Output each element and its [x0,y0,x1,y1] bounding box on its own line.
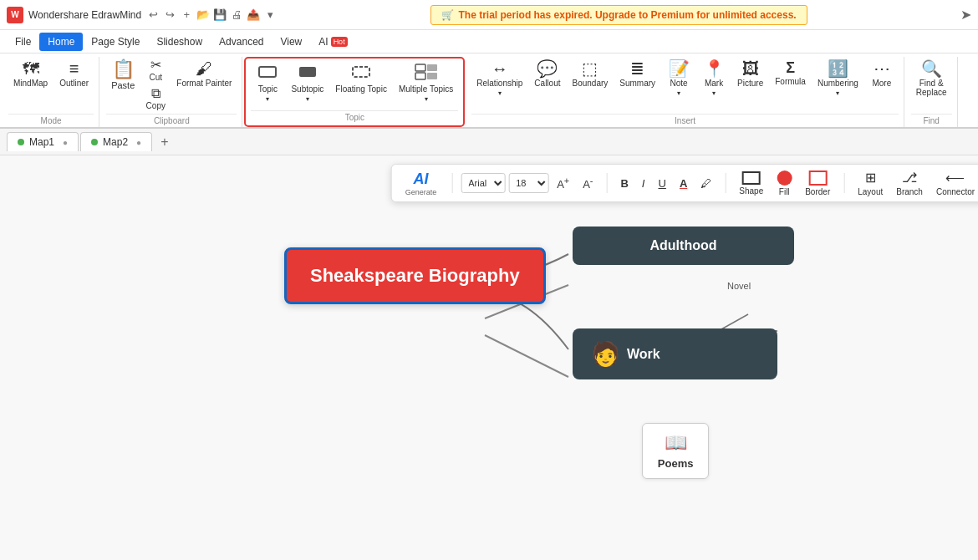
font-color-button[interactable]: A [675,176,692,191]
title-bar-controls: ↩ ↪ + 📂 💾 🖨 📤 ▾ [146,8,277,22]
ft-divider-4 [843,173,844,193]
find-replace-button[interactable]: 🔍 Find & Replace [911,57,952,100]
floating-topic-button[interactable]: Floating Topic [330,60,392,97]
trial-banner: 🛒 The trial period has expired. Upgrade … [430,5,807,25]
menu-advanced[interactable]: Advanced [211,33,272,51]
bold-button[interactable]: B [615,176,633,191]
novel-node[interactable]: 📖 Poems [642,423,709,479]
copy-icon: ⧉ [151,87,160,100]
paste-button[interactable]: 📋 Paste [106,57,140,94]
subtopic-button[interactable]: Subtopic ▾ [286,60,329,106]
tab-map1-close[interactable]: ● [63,138,68,147]
mindmap-icon: 🗺 [23,60,39,77]
ft-layout-section: ⊞ Layout ⎇ Branch ⟵ Connector ••• More [853,168,978,198]
note-button[interactable]: 📝 Note ▾ [662,57,695,100]
ribbon-mode-items: 🗺 MindMap ≡ Outliner [8,57,94,112]
menu-bar: File Home Page Style Slideshow Advanced … [0,30,978,53]
topic-button[interactable]: Topic ▾ [251,60,284,106]
cut-button[interactable]: ✂ Cut [141,57,170,84]
menu-page-style[interactable]: Page Style [83,33,148,51]
format-painter-button[interactable]: 🖌 Format Painter [171,57,237,91]
redo-button[interactable]: ↪ [163,8,176,22]
menu-slideshow[interactable]: Slideshow [148,33,211,51]
connector-label: Connector [936,187,975,196]
svg-rect-6 [427,73,437,79]
mark-icon: 📍 [704,60,725,77]
new-button[interactable]: + [180,8,193,22]
picture-button[interactable]: 🖼 Picture [732,57,768,91]
canvas[interactable]: AI Generate Arial 18 A+ A- B I U A [0,155,978,560]
branch-button[interactable]: ⎇ Branch [891,168,928,198]
send-icon[interactable]: ➤ [960,7,971,23]
italic-button[interactable]: I [637,176,650,191]
highlight-button[interactable]: 🖊 [695,176,716,191]
multiple-topics-icon [415,64,438,83]
clipboard-right: ✂ Cut ⧉ Copy [141,57,170,112]
underline-button[interactable]: U [653,176,670,191]
multiple-topics-button[interactable]: Multiple Topics ▾ [394,60,458,106]
numbering-label: Numbering [818,79,858,88]
outliner-button[interactable]: ≡ Outliner [54,57,94,91]
connector-button[interactable]: ⟵ Connector [931,168,978,198]
callout-button[interactable]: 💬 Callout [529,57,565,91]
central-node-text: Sheakspeare Biography [310,265,520,286]
ft-divider-2 [606,173,607,193]
work-node[interactable]: 🧑 Work [573,328,777,379]
font-color-label: A [680,177,687,190]
connector-icon: ⟵ [945,170,965,186]
layout-icon: ⊞ [865,170,876,186]
central-node[interactable]: Sheakspeare Biography [284,247,546,304]
svg-rect-1 [299,67,316,77]
subtopic-dropdown-icon: ▾ [306,95,309,103]
save-button[interactable]: 💾 [213,8,227,22]
more-button[interactable]: ⋯ More [865,57,899,91]
adulthood-node[interactable]: Adulthood [573,227,794,265]
ribbon-group-insert: ↔ Relationship ▾ 💬 Callout ⬚ Boundary ≣ … [466,57,904,127]
numbering-button[interactable]: 🔢 Numbering ▾ [812,57,863,100]
summary-icon: ≣ [630,60,644,77]
picture-label: Picture [737,79,763,88]
menu-home[interactable]: Home [39,33,83,51]
topic-group-label: Topic [251,110,458,124]
tab-map1[interactable]: Map1 ● [7,132,79,151]
layout-label: Layout [858,187,883,196]
shape-label: Shape [739,186,763,196]
summary-button[interactable]: ≣ Summary [614,57,660,91]
layout-button[interactable]: ⊞ Layout [853,168,888,198]
mark-button[interactable]: 📍 Mark ▾ [697,57,731,100]
menu-view[interactable]: View [272,33,310,51]
adulthood-node-text: Adulthood [650,238,717,252]
export-button[interactable]: 📤 [247,8,260,22]
ribbon: 🗺 MindMap ≡ Outliner Mode 📋 Paste ✂ Cut [0,53,978,129]
relationship-button[interactable]: ↔ Relationship ▾ [471,57,527,100]
novel-label: Novel [727,281,751,291]
border-button[interactable]: Border [800,169,835,198]
open-button[interactable]: 📂 [196,8,210,22]
ai-generate-button[interactable]: AI Generate [399,169,444,198]
ai-label: AI [413,171,428,188]
shape-button[interactable]: Shape [734,170,768,197]
menu-ai[interactable]: AI Hot [310,33,355,51]
fill-button[interactable]: Fill [772,169,797,198]
tab-map2[interactable]: Map2 ● [80,132,152,151]
font-size-increase-button[interactable]: A+ [552,174,574,192]
mindmap-button[interactable]: 🗺 MindMap [8,57,53,91]
menu-file[interactable]: File [7,33,39,51]
copy-button[interactable]: ⧉ Copy [141,85,170,112]
formula-button[interactable]: Σ Formula [770,57,811,89]
font-family-select[interactable]: Arial [461,173,505,193]
font-size-decrease-button[interactable]: A- [578,174,598,192]
insert-group-label: Insert [471,114,899,127]
boundary-label: Boundary [572,79,608,88]
undo-button[interactable]: ↩ [146,8,160,22]
font-size-select[interactable]: 18 [508,173,548,193]
boundary-button[interactable]: ⬚ Boundary [567,57,613,91]
subtopic-icon [298,64,318,83]
note-icon: 📝 [669,60,690,77]
tab-map2-close[interactable]: ● [136,138,141,147]
relationship-label: Relationship [476,79,522,88]
print-button[interactable]: 🖨 [230,8,243,22]
more-controls-button[interactable]: ▾ [263,8,277,22]
add-tab-button[interactable]: + [154,131,175,153]
relationship-icon: ↔ [492,60,508,77]
